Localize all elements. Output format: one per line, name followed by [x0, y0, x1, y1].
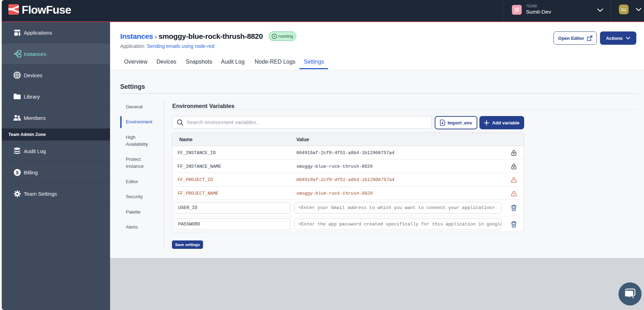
svg-text:$: $ — [16, 170, 19, 175]
